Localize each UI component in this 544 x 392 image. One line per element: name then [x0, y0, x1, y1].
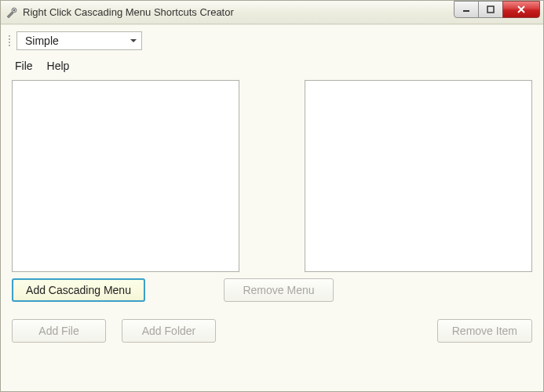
app-window: Right Click Cascading Menu Shortcuts Cre…: [0, 0, 544, 392]
titlebar[interactable]: Right Click Cascading Menu Shortcuts Cre…: [1, 1, 543, 24]
svg-rect-3: [487, 6, 494, 13]
left-list-panel[interactable]: [12, 80, 239, 272]
dropdown-value: Simple: [25, 34, 59, 47]
toolbar-row: Simple: [9, 30, 535, 55]
right-list-panel[interactable]: [305, 80, 532, 272]
add-folder-button[interactable]: Add Folder: [122, 319, 216, 343]
remove-menu-button[interactable]: Remove Menu: [224, 278, 334, 302]
grip-icon: [9, 33, 13, 49]
client-area: Simple File Help Add Cascading Menu Remo…: [1, 24, 543, 391]
button-row-1: Add Cascading Menu Remove Menu: [9, 272, 535, 302]
app-icon: [5, 6, 18, 19]
window-title: Right Click Cascading Menu Shortcuts Cre…: [23, 6, 455, 18]
menu-help[interactable]: Help: [47, 60, 70, 72]
mode-dropdown[interactable]: Simple: [16, 31, 142, 50]
add-file-button[interactable]: Add File: [12, 319, 106, 343]
button-row-2: Add File Add Folder Remove Item: [9, 313, 535, 343]
chevron-down-icon: [130, 39, 137, 42]
svg-rect-2: [463, 10, 469, 12]
window-controls: [455, 1, 540, 18]
close-button[interactable]: [502, 1, 540, 18]
maximize-button[interactable]: [478, 1, 503, 18]
panels-row: [9, 80, 535, 272]
menu-file[interactable]: File: [15, 60, 33, 72]
minimize-button[interactable]: [454, 1, 479, 18]
menubar: File Help: [9, 55, 535, 80]
svg-rect-1: [13, 9, 15, 11]
add-cascading-menu-button[interactable]: Add Cascading Menu: [12, 278, 145, 302]
remove-item-button[interactable]: Remove Item: [437, 319, 532, 343]
